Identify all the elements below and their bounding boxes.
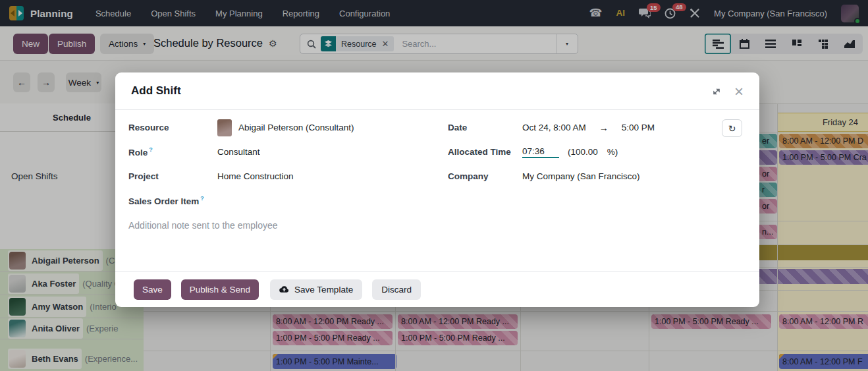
help-icon: ? <box>149 146 153 153</box>
resource-field-label: Resource <box>128 123 217 132</box>
allocated-percent-unit: %) <box>607 147 618 157</box>
resource-field-value[interactable]: Abigail Peterson (Consultant) <box>217 119 354 136</box>
date-end-value[interactable]: 5:00 PM <box>622 123 655 132</box>
date-field-label: Date <box>448 123 522 132</box>
project-field-label: Project <box>128 171 217 181</box>
modal-title: Add Shift <box>131 84 181 98</box>
role-field-value[interactable]: Consultant <box>217 147 260 157</box>
help-icon: ? <box>200 195 204 202</box>
project-field-value[interactable]: Home Construction <box>217 171 294 181</box>
allocated-percent-value[interactable]: (100.00 <box>568 147 598 157</box>
note-input[interactable]: Additional note sent to the employee <box>128 220 550 231</box>
company-field-label: Company <box>448 171 522 181</box>
planning-app-screen: Planning Schedule Open Shifts My Plannin… <box>0 0 868 371</box>
add-shift-modal: Add Shift × Resource Abigail Peterson (C… <box>115 72 759 307</box>
role-field-label: Role? <box>128 146 217 157</box>
company-field-value[interactable]: My Company (San Francisco) <box>522 171 640 181</box>
allocated-time-input[interactable]: 07:36 <box>522 146 559 158</box>
resource-avatar-thumb <box>217 119 232 136</box>
discard-button[interactable]: Discard <box>372 279 421 300</box>
date-start-value[interactable]: Oct 24, 8:00 AM <box>522 123 586 132</box>
allocated-time-field-label: Allocated Time <box>448 147 522 157</box>
cloud-upload-icon <box>279 285 289 294</box>
save-template-button[interactable]: Save Template <box>270 279 362 300</box>
publish-send-button[interactable]: Publish & Send <box>181 279 259 300</box>
save-button[interactable]: Save <box>134 279 171 300</box>
arrow-right-icon: → <box>599 123 609 133</box>
sales-order-item-field-label: Sales Order Item? <box>128 195 217 206</box>
expand-modal-button[interactable] <box>712 87 721 96</box>
close-modal-button[interactable]: × <box>734 84 744 100</box>
recurrence-refresh-button[interactable]: ↻ <box>722 119 742 137</box>
